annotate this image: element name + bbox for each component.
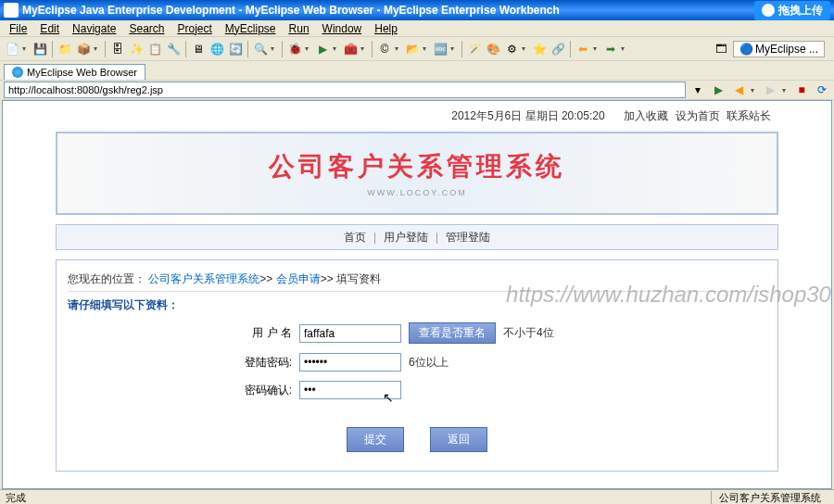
upload-label: 拖拽上传 <box>778 3 823 19</box>
browser-viewport: 2012年5月6日 星期日 20:05:20 加入收藏 设为首页 联系站长 公司… <box>2 100 832 489</box>
chevron-down-icon[interactable]: ▾ <box>333 44 340 53</box>
stop-icon[interactable]: ■ <box>793 82 810 98</box>
ext-tools-icon[interactable]: 🧰 <box>342 41 359 57</box>
back-icon[interactable]: ⬅ <box>575 41 591 57</box>
datetime: 2012年5月6日 星期日 20:05:20 <box>451 109 604 122</box>
submit-button[interactable]: 提交 <box>347 427 404 452</box>
package-icon[interactable]: 📦 <box>75 41 92 57</box>
breadcrumb-apply[interactable]: 会员申请 <box>276 272 321 285</box>
run-icon[interactable]: ▶ <box>314 41 331 57</box>
separator <box>570 41 571 57</box>
button-row: 提交 返回 <box>68 427 766 452</box>
link-contact[interactable]: 联系站长 <box>727 109 771 122</box>
menu-project[interactable]: Project <box>171 20 217 37</box>
chevron-down-icon[interactable]: ▾ <box>782 86 790 94</box>
new-icon[interactable]: 📄 <box>4 41 20 57</box>
perspective-button[interactable]: 🔵 MyEclipse ... <box>733 41 825 57</box>
check-duplicate-button[interactable]: 查看是否重名 <box>409 322 496 344</box>
header-banner: 公司客户关系管理系统 WWW.LOCOY.COM <box>56 132 778 215</box>
chevron-down-icon[interactable]: ▾ <box>395 44 402 53</box>
server-icon[interactable]: 🖥 <box>190 41 207 57</box>
status-title: 公司客户关系管理系统 <box>711 491 828 504</box>
toolbar: 📄▾ 💾 📁 📦▾ 🗄 ✨ 📋 🔧 🖥 🌐 🔄 🔍▾ 🐞▾ ▶▾ 🧰▾ ©▾ 📂… <box>0 37 834 61</box>
chevron-down-icon[interactable]: ▾ <box>271 44 278 53</box>
chevron-down-icon[interactable]: ▾ <box>305 44 312 53</box>
separator <box>461 41 462 57</box>
gear-icon[interactable]: ⚙ <box>503 41 520 57</box>
menu-navigate[interactable]: Navigate <box>67 20 121 37</box>
wizard-icon[interactable]: ✨ <box>128 41 145 57</box>
search-icon[interactable]: 🔍 <box>252 41 269 57</box>
window-title: MyEclipse Java Enterprise Development - … <box>22 4 560 17</box>
chevron-down-icon[interactable]: ▾ <box>423 44 430 53</box>
chevron-down-icon[interactable]: ▾ <box>593 44 600 53</box>
chevron-down-icon[interactable]: ▾ <box>22 44 30 53</box>
row-password: 登陆密码: 6位以上 <box>68 353 766 372</box>
nav-home[interactable]: 首页 <box>344 230 366 246</box>
breadcrumb-current: 填写资料 <box>336 272 381 285</box>
input-username[interactable] <box>299 324 401 343</box>
instruction-text: 请仔细填写以下资料： <box>68 297 766 313</box>
input-confirm[interactable] <box>299 381 401 399</box>
debug-icon[interactable]: 🐞 <box>286 41 303 57</box>
address-bar: ▾ ▶ ◀▾ ▶▾ ■ ⟳ <box>0 80 834 100</box>
chevron-down-icon[interactable]: ▾ <box>94 44 101 53</box>
globe-icon <box>12 67 23 78</box>
app-icon <box>4 3 19 18</box>
input-password[interactable] <box>299 353 401 372</box>
tab-browser[interactable]: MyEclipse Web Browser <box>4 64 145 80</box>
hint-password: 6位以上 <box>409 355 449 371</box>
menu-edit[interactable]: Edit <box>34 20 65 37</box>
chevron-down-icon[interactable]: ▾ <box>621 44 628 53</box>
upload-button[interactable]: 拖拽上传 <box>754 1 830 20</box>
content-panel: 您现在的位置： 公司客户关系管理系统>> 会员申请>> 填写资料 请仔细填写以下… <box>56 259 778 472</box>
save-icon[interactable]: 💾 <box>32 41 48 57</box>
menu-file[interactable]: File <box>4 20 32 37</box>
db-icon[interactable]: 🗄 <box>109 41 126 57</box>
xml-icon[interactable]: 📋 <box>146 41 163 57</box>
nav-admin-login[interactable]: 管理登陆 <box>446 230 490 246</box>
chevron-down-icon[interactable]: ▾ <box>360 44 368 53</box>
separator <box>247 41 248 57</box>
chevron-down-icon[interactable]: ▾ <box>522 44 529 53</box>
refresh-icon[interactable]: 🔄 <box>227 41 244 57</box>
link-homepage[interactable]: 设为首页 <box>676 109 720 122</box>
menu-window[interactable]: Window <box>317 20 368 37</box>
deploy-icon[interactable]: 🔧 <box>165 41 182 57</box>
link-icon[interactable]: 🔗 <box>550 41 566 57</box>
type-icon[interactable]: 🔤 <box>432 41 449 57</box>
menu-myeclipse[interactable]: MyEclipse <box>220 20 282 37</box>
perspective-label: MyEclipse ... <box>755 43 818 56</box>
reload-icon[interactable]: ⟳ <box>814 82 830 98</box>
wand-icon[interactable]: 🪄 <box>466 41 483 57</box>
menubar: File Edit Navigate Search Project MyEcli… <box>0 20 834 37</box>
folder-icon[interactable]: 📁 <box>57 41 73 57</box>
go-icon[interactable]: ▶ <box>710 82 727 98</box>
back-button[interactable]: 返回 <box>430 427 487 452</box>
nav-forward-icon[interactable]: ▶ <box>762 82 778 98</box>
nav-back-icon[interactable]: ◀ <box>730 82 747 98</box>
go-dropdown-icon[interactable]: ▾ <box>689 82 706 98</box>
site-title: 公司客户关系管理系统 <box>269 149 565 184</box>
forward-icon[interactable]: ➡ <box>602 41 619 57</box>
editor-tabs: MyEclipse Web Browser <box>0 61 834 80</box>
nav-sep: | <box>436 231 438 244</box>
browser-icon[interactable]: 🌐 <box>208 41 225 57</box>
pkg-icon[interactable]: 📂 <box>404 41 421 57</box>
link-favorite[interactable]: 加入收藏 <box>624 109 668 122</box>
paint-icon[interactable]: 🎨 <box>485 41 501 57</box>
star-icon[interactable]: ⭐ <box>531 41 548 57</box>
open-perspective-icon[interactable]: 🗔 <box>713 41 729 57</box>
breadcrumb-system[interactable]: 公司客户关系管理系统 <box>148 272 259 285</box>
menu-help[interactable]: Help <box>369 20 403 37</box>
chevron-down-icon[interactable]: ▾ <box>751 86 758 94</box>
cloud-icon <box>762 4 775 17</box>
url-input[interactable] <box>4 82 686 98</box>
nav-user-login[interactable]: 用户登陆 <box>384 230 428 246</box>
chevron-down-icon[interactable]: ▾ <box>450 44 458 53</box>
menu-run[interactable]: Run <box>284 20 315 37</box>
menu-search[interactable]: Search <box>123 20 170 37</box>
class-icon[interactable]: © <box>376 41 393 57</box>
footer-banner: 公司客户关系管理系统 <box>56 488 778 489</box>
site-subtitle: WWW.LOCOY.COM <box>367 188 466 197</box>
